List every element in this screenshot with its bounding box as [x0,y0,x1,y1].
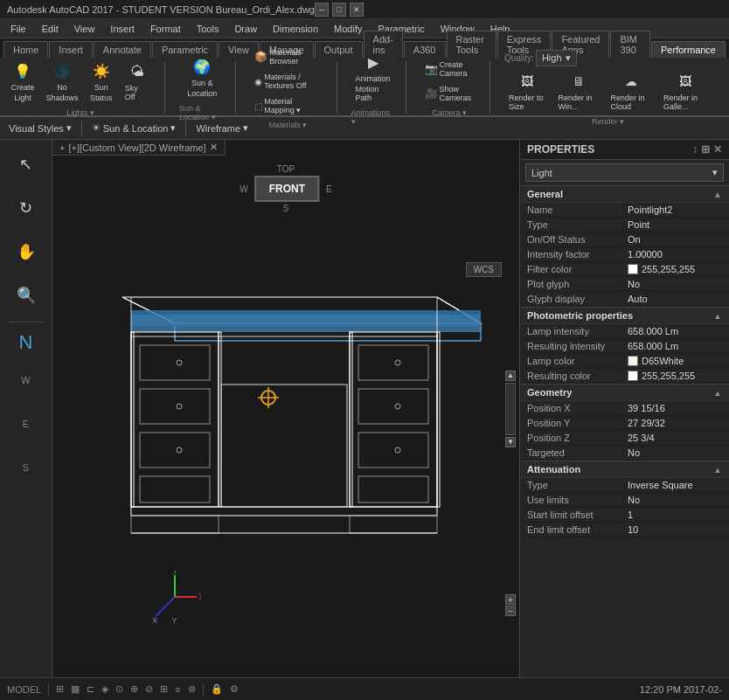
viewport-expand-icon[interactable]: + [59,142,65,153]
material-mapping-button[interactable]: ⬚ Material Mapping ▾ [250,94,325,117]
tool-zoom[interactable]: 🔍 [5,274,47,316]
zoom-in[interactable]: + [505,594,516,605]
status-snap[interactable]: ⊞ [56,683,64,695]
tab-annotate[interactable]: Annotate [94,41,151,58]
pos-y-value: 27 29/32 [628,418,722,428]
visual-styles-label: Visual Styles [9,123,64,134]
attenuation-label: Attenuation [527,464,580,475]
status-lock[interactable]: 🔒 [211,683,223,695]
prop-type: Type Point [520,218,729,232]
create-light-icon: 💡 [12,60,33,81]
end-limit-label: End limit offset [527,524,628,535]
sky-off-button[interactable]: 🌤 Sky Off [121,59,154,104]
menu-view[interactable]: View [67,22,102,36]
compass-west: W [240,184,247,194]
animation-button[interactable]: ▶ Animation Motion Path [351,49,395,105]
tool-move[interactable]: ↖ [5,143,47,185]
render-quality-dropdown[interactable]: High ▾ [536,50,577,66]
section-geometry[interactable]: Geometry ▲ [520,384,729,401]
render-window-button[interactable]: 🖥 Render in Win... [553,68,602,114]
status-grid[interactable]: ▦ [71,683,80,695]
status-polar[interactable]: ◈ [101,683,108,695]
status-tp[interactable]: ⊛ [188,683,196,695]
materials-browser-button[interactable]: 📦 Materials Browser [250,45,325,68]
tool-orbit[interactable]: ↻ [5,187,47,229]
statusbar-sep-2 [203,683,204,696]
create-camera-button[interactable]: 📷 Create Camera [420,58,479,80]
axis-y-label: Y [172,616,177,625]
zoom-out[interactable]: − [505,606,516,616]
section-general[interactable]: General ▲ [520,185,729,203]
status-dyn[interactable]: ⊞ [160,683,168,695]
prop-onoff: On/Off Status On [520,232,729,247]
tool-pan[interactable]: ✋ [5,231,47,273]
status-ortho[interactable]: ⊏ [87,683,94,695]
render-size-icon: 🖼 [517,71,538,92]
viewport[interactable]: + [+][Custom View][2D Wireframe] ✕ TOP W… [52,140,519,677]
svg-point-26 [395,360,400,365]
visual-styles-dropdown[interactable]: Visual Styles ▾ [5,121,75,135]
model-tab[interactable]: MODEL [7,684,41,695]
ribbon: Home Insert Annotate Parametric View Man… [0,38,729,117]
compass-right[interactable]: E [5,403,47,445]
section-attenuation[interactable]: Attenuation ▲ [520,461,729,478]
svg-rect-25 [358,476,428,502]
tab-home[interactable]: Home [3,41,48,58]
visual-style-current[interactable]: Wireframe ▾ [192,121,252,135]
menu-tools[interactable]: Tools [190,22,226,36]
status-lw[interactable]: ≡ [175,684,180,695]
compass-left[interactable]: W [5,359,47,401]
ribbon-content: 💡 Pointlight2 Create Light 🌑 No Shadows … [0,58,729,117]
tab-a360[interactable]: A360 [404,41,446,58]
svg-text:Y: Y [172,571,178,575]
render-cloud-icon: ☁ [621,71,642,92]
scroll-up[interactable]: ▲ [505,371,516,381]
type-value: Point [628,219,722,230]
intensity-factor-value: 1.00000 [628,249,722,260]
tab-raster[interactable]: Raster Tools [447,31,496,58]
close-button[interactable]: ✕ [350,3,364,17]
light-type-dropdown[interactable]: Light ▾ [525,163,724,182]
menu-file[interactable]: File [3,22,33,36]
menu-format[interactable]: Format [143,22,188,36]
compass-top: TOP [240,164,331,174]
front-cube[interactable]: FRONT [255,176,319,202]
geometry-collapse-icon: ▲ [713,388,722,398]
tab-insert[interactable]: Insert [49,41,93,58]
prop-pos-z: Position Z 25 3/4 [520,431,729,446]
render-gallery-button[interactable]: 🖼 Render in Galle... [659,68,712,114]
props-icon-close[interactable]: ✕ [713,143,722,156]
chevron-down-icon: ▾ [712,167,718,178]
status-osnap[interactable]: ⊙ [115,683,123,695]
materials-textures-button[interactable]: ◉ Materials / Textures Off [250,70,325,93]
compass-south[interactable]: S [5,447,47,489]
minimize-button[interactable]: ─ [315,3,329,17]
viewport-close-icon[interactable]: ✕ [210,142,218,153]
sun-location-toolbar[interactable]: ☀ Sun & Location ▾ [88,121,180,135]
no-shadows-button[interactable]: 🌑 No Shadows [42,58,82,105]
status-settings[interactable]: ⚙ [230,683,239,695]
render-size-button[interactable]: 🖼 Render to Size [504,68,551,114]
render-cloud-button[interactable]: ☁ Render in Cloud [607,68,656,114]
status-ducs[interactable]: ⊘ [145,683,153,695]
menu-insert[interactable]: Insert [103,22,142,36]
maximize-button[interactable]: □ [332,3,346,17]
menu-dimension[interactable]: Dimension [266,22,325,36]
start-limit-value: 1 [628,509,722,520]
viewport-scrollbar[interactable]: ▲ ▼ [505,371,516,447]
menu-draw[interactable]: Draw [227,22,264,36]
props-icon-2[interactable]: ⊞ [701,143,710,156]
scroll-down[interactable]: ▼ [505,437,516,447]
sun-location-button[interactable]: 🌍 Sun & Location [183,53,221,100]
show-cameras-button[interactable]: 🎥 Show Cameras [420,82,479,105]
props-icon-1[interactable]: ↕ [692,143,698,156]
viewport-header: + [+][Custom View][2D Wireframe] ✕ [52,140,226,156]
scroll-thumb[interactable] [505,383,516,435]
resulting-intensity-value: 658.000 Lm [628,341,722,351]
create-light-button[interactable]: 💡 Pointlight2 Create Light [7,58,38,105]
ribbon-group-animations: ▶ Animation Motion Path Animations ▾ [351,61,406,114]
status-otrack[interactable]: ⊕ [130,683,138,695]
menu-edit[interactable]: Edit [35,22,66,36]
section-photometric[interactable]: Photometric properties ▲ [520,307,729,324]
sun-status-button[interactable]: ☀️ Sun Status [86,58,117,105]
